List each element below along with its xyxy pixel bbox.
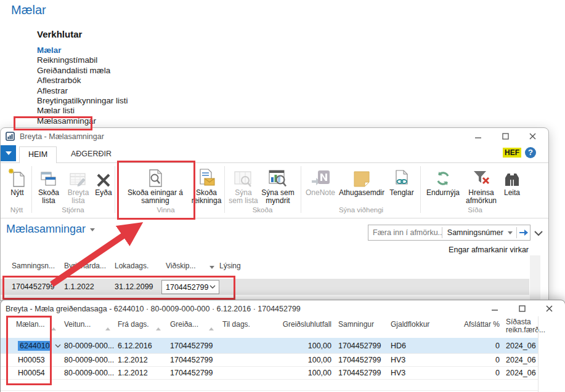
column-header[interactable]: Samningur (338, 320, 374, 329)
help-icon[interactable]: ? (525, 147, 536, 158)
cell-sidasta-reikn[interactable]: 2024_06 (506, 369, 536, 377)
view-list-icon (35, 165, 63, 188)
cell-samningsnumer[interactable]: 1704452799 (12, 282, 55, 291)
cell-greidsluhlutfall[interactable]: 100,00 (281, 369, 331, 377)
ribbon-button-syna-sem-myndrit[interactable]: Sýna sem myndrit (260, 165, 296, 208)
column-header[interactable]: Viðskip... (166, 262, 195, 270)
ribbon-button-tenglar[interactable]: Tenglar (388, 165, 416, 208)
cell-afslattur[interactable]: 0 (449, 369, 500, 377)
column-header[interactable]: Gjaldflokkur (391, 320, 429, 329)
filter-pane-expander[interactable] (534, 228, 543, 239)
window1-titlebar[interactable]: Breyta - Mælasamningar (1, 128, 548, 145)
nav-item-aflestrar[interactable]: Aflestrar (37, 86, 128, 96)
maximize-button[interactable] (492, 128, 519, 145)
cell-gjaldflokkur[interactable]: HD6 (391, 342, 406, 350)
apply-filter-button[interactable] (517, 230, 530, 236)
ribbon-button-syna-sem-lista[interactable]: Sýna sem lista (229, 165, 258, 208)
cell-afslattur[interactable]: 0 (449, 356, 500, 364)
maximize-button[interactable] (508, 300, 535, 317)
column-header[interactable]: Greiða... (170, 320, 198, 329)
close-button[interactable] (535, 300, 563, 317)
nav-item-greidandalisti[interactable]: Greiðandalisti mæla (37, 66, 128, 76)
column-header[interactable]: Byrjunarda... (64, 262, 106, 270)
cell-maelanumer[interactable]: H00054 (18, 369, 45, 377)
ribbon-button-hreinsa-afmorkun[interactable]: Hreinsa afmörkun (463, 165, 499, 208)
column-header[interactable]: Til dags. (222, 320, 250, 329)
nav-item-maelar-listi[interactable]: Mælar listi (37, 106, 128, 116)
app-menu-button[interactable] (1, 145, 16, 161)
nav-item-breytingatilkynningar[interactable]: Breytingatilkynningar listi (37, 96, 128, 106)
search-icon (500, 165, 524, 188)
ribbon-button-leita[interactable]: Leita (500, 165, 524, 208)
column-header[interactable]: Veitun... (64, 320, 91, 329)
cell-veitunumer[interactable]: 80-0009-000... (64, 342, 114, 350)
filter-field-select[interactable]: Samningsnúmer (442, 228, 517, 237)
cell-veitunumer[interactable]: 80-0009-000... (64, 356, 114, 364)
close-button[interactable] (519, 128, 546, 145)
ribbon-button-onenote[interactable]: OneNote (305, 165, 336, 208)
cell-greidandi[interactable]: 1704452799 (170, 356, 213, 364)
cell-fra-dags[interactable]: 1.2.2012 (118, 369, 148, 377)
cell-sidasta-reikn[interactable]: 2024_06 (506, 342, 536, 350)
table-row[interactable]: H00054 80-0009-000... 1.2.2012 170445279… (1, 366, 538, 380)
cell-sidasta-reikn[interactable]: 2024_06 (506, 356, 536, 364)
ribbon-button-endurnyja[interactable]: Endurnýja (425, 165, 461, 208)
column-header[interactable]: Mælan... (16, 320, 45, 329)
ribbon-button-breyta-lista[interactable]: Breyta lista (64, 165, 92, 208)
cell-greidandi[interactable]: 1704452799 (170, 369, 213, 377)
chevron-down-icon[interactable] (55, 342, 61, 350)
table-row[interactable]: H00053 80-0009-000... 1.2.2012 170445279… (1, 353, 538, 367)
window2-titlebar[interactable]: Breyta - Mæla greiðendasaga - 6244010 · … (1, 300, 565, 317)
cell-gjaldflokkur[interactable]: HV3 (391, 369, 405, 377)
minimize-button[interactable] (465, 128, 492, 145)
column-header[interactable]: Frá dags. (118, 320, 149, 329)
ribbon-button-athugasemdir[interactable]: Athugasemdir (338, 165, 385, 208)
cell-greidsluhlutfall[interactable]: 100,00 (281, 356, 331, 364)
cell-fra-dags[interactable]: 6.12.2016 (118, 342, 152, 350)
tab-adgerdir[interactable]: AÐGERÐIR (62, 146, 120, 162)
ribbon-button-label: Hreinsa afmörkun (463, 189, 499, 205)
ribbon-button-skoda-lista[interactable]: Skoða lista (35, 165, 63, 208)
cell-vidskiptamadur-combobox[interactable]: 1704452799 (161, 280, 219, 294)
nav-item-reikningstimabil[interactable]: Reikningstímabil (37, 55, 128, 65)
list-page-title[interactable]: Mælasamningar (6, 223, 95, 236)
cell-greidsluhlutfall[interactable]: 100,00 (281, 342, 331, 350)
cell-samningur[interactable]: 1704452799 (338, 356, 381, 364)
app-chart-icon (6, 132, 15, 141)
tab-heim[interactable]: HEIM (19, 146, 57, 164)
cell-maelanumer[interactable]: H00053 (18, 356, 45, 364)
column-filter-icon[interactable] (209, 266, 214, 269)
column-header[interactable]: Lýsing (219, 262, 241, 270)
nav-item-maelar[interactable]: Mælar (37, 46, 128, 55)
cell-veitunumer[interactable]: 80-0009-000... (64, 369, 114, 377)
ribbon-button-eyda[interactable]: Eyða (92, 165, 115, 208)
nav-item-maelasamningar[interactable]: Mælasamningar (37, 116, 128, 126)
cell-lokadagur[interactable]: 31.12.2099 (115, 282, 153, 291)
cell-afslattur[interactable]: 0 (449, 342, 500, 350)
cell-fra-dags[interactable]: 1.2.2012 (118, 356, 148, 364)
column-header[interactable]: Samningsn... (12, 262, 55, 270)
new-document-icon (3, 165, 31, 188)
column-header[interactable]: Greiðsluhlutfall (281, 320, 331, 329)
minimize-button[interactable] (481, 300, 508, 317)
nav-item-aflestrarbok[interactable]: Aflestrarbók (37, 76, 128, 86)
column-header[interactable]: Afsláttar % (449, 320, 500, 329)
cell-samningur[interactable]: 1704452799 (338, 369, 381, 377)
ribbon-button-label: Athugasemdir (338, 189, 385, 197)
filter-input[interactable] (368, 228, 442, 237)
filter-field-value: Samningsnúmer (447, 228, 503, 237)
cell-greidandi[interactable]: 1704452799 (170, 342, 213, 350)
table-row[interactable]: 6244010 80-0009-000... 6.12.2016 1704452… (1, 338, 538, 354)
ribbon-button-skoda-reikninga[interactable]: Skoða reikninga (190, 165, 222, 208)
column-header[interactable]: Lokadags. (115, 262, 148, 270)
view-units-icon (121, 165, 190, 188)
selected-cell-value[interactable]: 6244010 (18, 341, 52, 351)
ribbon-button-skoda-einingar[interactable]: Skoða einingar á samning (121, 165, 190, 208)
ribbon-group-label-vinna: Vinna (147, 206, 184, 214)
vertical-scrollbar[interactable] (530, 255, 540, 300)
cell-samningur[interactable]: 1704452799 (338, 342, 381, 350)
ribbon-button-nytt[interactable]: Nýtt (3, 165, 31, 208)
cell-byrjunardagur[interactable]: 1.1.2022 (64, 282, 94, 291)
help-glyph: ? (528, 148, 533, 157)
cell-gjaldflokkur[interactable]: HV3 (391, 356, 405, 364)
